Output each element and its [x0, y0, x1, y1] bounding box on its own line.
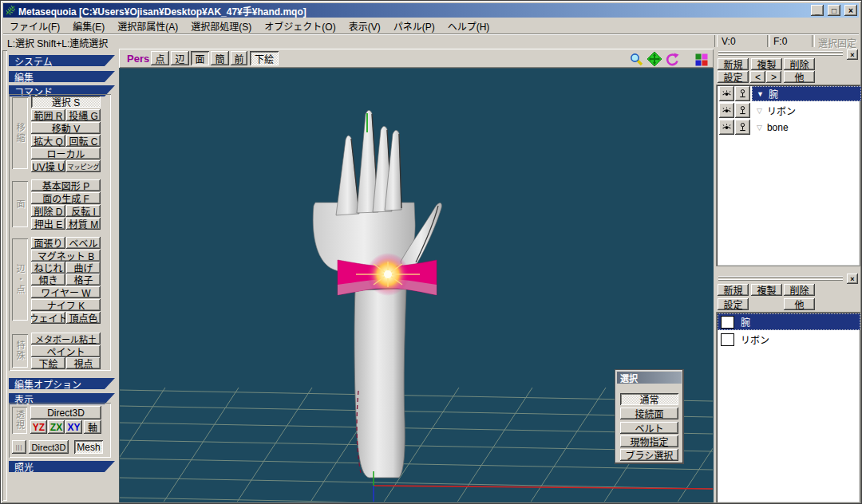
magnet-button[interactable]: マグネット B [31, 250, 101, 262]
xy-plane-button[interactable]: XY [65, 420, 82, 434]
show-points-button[interactable]: 点 [151, 51, 169, 65]
front-display-button[interactable]: 前 [231, 51, 247, 65]
lasso-tool-button[interactable]: 投縄 G [66, 109, 101, 121]
wire-button[interactable]: ワイヤー W [31, 286, 101, 298]
sidebar-section-edit-options[interactable]: 編集オプション [9, 378, 115, 389]
show-faces-button[interactable]: 面 [191, 51, 209, 65]
object-panel-grip[interactable] [718, 51, 843, 53]
pin-icon[interactable] [735, 86, 750, 101]
knife-button[interactable]: ナイフ K [31, 299, 101, 311]
menu-panel[interactable]: パネル(P) [387, 18, 441, 34]
extrude-button[interactable]: 押出 E [31, 218, 65, 230]
material-panel-grip[interactable] [718, 279, 843, 282]
parallel-view-button[interactable]: ||| [12, 440, 26, 454]
close-button[interactable]: × [844, 5, 857, 16]
material-button[interactable]: 材質 M [66, 218, 101, 230]
object-row-bone[interactable]: ▽ bone [752, 120, 861, 135]
mapping-tool-button[interactable]: マッピング [66, 160, 101, 172]
range-tool-button[interactable]: 範囲 R [31, 109, 65, 121]
zoom-icon[interactable] [628, 51, 644, 67]
expander-icon[interactable]: ▼ [757, 90, 764, 98]
show-edges-button[interactable]: 辺 [171, 51, 189, 65]
viewpoint-button[interactable]: 視点 [66, 357, 101, 369]
invert-button[interactable]: 反転 I [66, 205, 101, 217]
mesh-toggle-button[interactable]: Mesh [74, 440, 103, 454]
tilt-button[interactable]: 傾き [31, 274, 65, 285]
rotate-icon[interactable] [664, 51, 680, 67]
selection-panel[interactable]: 選択 通常 接続面 ベルト 現物指定 ブラシ選択 [615, 370, 683, 463]
selection-panel-title[interactable]: 選択 [617, 372, 682, 384]
maximize-button[interactable]: □ [828, 5, 840, 16]
object-next-button[interactable]: > [766, 71, 781, 83]
object-delete-button[interactable]: 削除 [784, 58, 815, 70]
zx-plane-button[interactable]: ZX [48, 420, 65, 434]
viewport-3d[interactable]: 選択 通常 接続面 ベルト 現物指定 ブラシ選択 [119, 68, 714, 502]
material-other-button[interactable]: 他 [784, 298, 815, 310]
eye-icon[interactable] [719, 103, 734, 118]
primitive-button[interactable]: 基本図形 P [31, 179, 101, 191]
bevel-button[interactable]: ベベル [66, 237, 101, 249]
axis-toggle-button[interactable]: 軸 [84, 420, 101, 434]
simple-display-button[interactable]: 簡 [211, 51, 229, 65]
select-tool-button[interactable]: 選択 S [31, 96, 101, 108]
menu-edit[interactable]: 編集(E) [66, 18, 111, 34]
twist-button[interactable]: ねじれ [31, 262, 65, 274]
menu-help[interactable]: ヘルプ(H) [441, 18, 496, 34]
select-belt-button[interactable]: ベルト [620, 422, 678, 434]
material-row-ribbon[interactable]: リボン [718, 331, 860, 348]
metaball-button[interactable]: メタボール粘土 [31, 333, 101, 345]
sidebar-section-system[interactable]: システム [9, 55, 115, 66]
select-pick-button[interactable]: 現物指定 [620, 435, 678, 447]
paint-button[interactable]: ペイント [31, 345, 101, 357]
underlay-button[interactable]: 下絵 [31, 357, 65, 369]
material-new-button[interactable]: 新規 [718, 284, 749, 296]
pan-icon[interactable] [646, 51, 662, 67]
material-settings-button[interactable]: 設定 [718, 298, 749, 310]
delete-button[interactable]: 削除 D [31, 205, 65, 217]
material-delete-button[interactable]: 削除 [784, 284, 815, 296]
expander-icon[interactable]: ▽ [757, 107, 762, 115]
lattice-button[interactable]: 格子 [66, 274, 101, 285]
menu-object[interactable]: オブジェクト(O) [258, 18, 342, 34]
material-duplicate-button[interactable]: 複製 [751, 284, 782, 296]
object-duplicate-button[interactable]: 複製 [751, 58, 782, 70]
eye-icon[interactable] [719, 86, 734, 101]
select-connected-button[interactable]: 接続面 [620, 408, 678, 419]
object-panel-grip[interactable] [718, 54, 843, 57]
menu-file[interactable]: ファイル(F) [3, 18, 66, 34]
color-palette-icon[interactable] [694, 53, 708, 66]
underlay-toggle-button[interactable]: 下絵 [250, 51, 279, 65]
yz-plane-button[interactable]: YZ [30, 420, 47, 434]
menu-selection-attr[interactable]: 選択部属性(A) [111, 18, 184, 34]
material-panel-close-icon[interactable]: × [847, 274, 858, 284]
title-bar[interactable]: Metasequoia [C:¥Users¥Ojisan¥Desktop¥AK_… [3, 3, 859, 18]
object-panel-close-icon[interactable]: × [847, 49, 858, 60]
rotate-tool-button[interactable]: 回転 C [66, 135, 101, 147]
weight-button[interactable]: ウェイト [31, 312, 65, 324]
object-settings-button[interactable]: 設定 [718, 71, 749, 83]
object-new-button[interactable]: 新規 [718, 58, 749, 70]
uv-tool-button[interactable]: UV操 U [31, 160, 65, 172]
expander-icon[interactable]: ▽ [757, 124, 762, 132]
sidebar-section-lighting[interactable]: 照光 [9, 461, 115, 472]
object-row-arm[interactable]: ▼ 腕 [752, 86, 861, 101]
scale-tool-button[interactable]: 拡大 Q [31, 135, 65, 147]
pin-icon[interactable] [735, 120, 750, 135]
material-row-arm[interactable]: 腕 [718, 313, 860, 330]
vertex-color-button[interactable]: 頂点色 [66, 312, 101, 324]
pin-icon[interactable] [735, 103, 750, 118]
move-tool-button[interactable]: 移動 V [31, 122, 101, 134]
eye-icon[interactable] [719, 120, 734, 135]
object-other-button[interactable]: 他 [784, 71, 815, 83]
sidebar-grip[interactable] [2, 50, 7, 501]
renderer-button[interactable]: Direct3D [29, 440, 69, 454]
view-mode-label[interactable]: Pers [127, 53, 149, 65]
bend-button[interactable]: 曲げ [66, 262, 101, 274]
select-brush-button[interactable]: ブラシ選択 [620, 449, 678, 461]
sidebar-section-edit[interactable]: 編集 [9, 71, 115, 82]
local-tool-button[interactable]: ローカル [31, 148, 101, 159]
direct3d-button[interactable]: Direct3D [30, 406, 101, 419]
material-panel-grip[interactable] [718, 276, 843, 278]
menu-view[interactable]: 表示(V) [342, 18, 387, 34]
face-generate-button[interactable]: 面の生成 F [31, 192, 101, 204]
